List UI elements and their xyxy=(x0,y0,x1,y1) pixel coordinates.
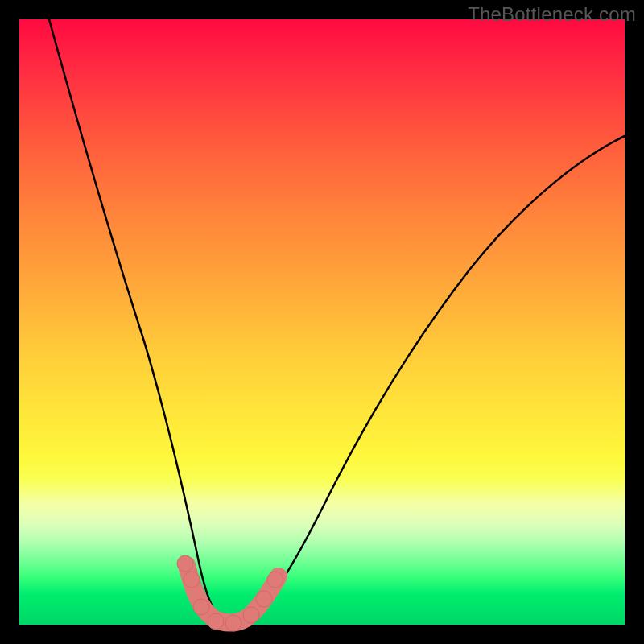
marker-dot xyxy=(177,555,193,572)
plot-area xyxy=(19,19,625,625)
marker-dot xyxy=(193,599,209,615)
watermark-text: TheBottleneck.com xyxy=(468,3,636,26)
marker-dot xyxy=(256,591,272,607)
outer-frame: TheBottleneck.com xyxy=(0,0,644,644)
chart-svg xyxy=(19,19,625,625)
marker-dot xyxy=(267,572,283,588)
marker-dot xyxy=(225,615,242,631)
marker-dot xyxy=(208,613,224,630)
marker-dot xyxy=(184,572,200,588)
marker-dot xyxy=(243,607,259,623)
bottleneck-curve xyxy=(49,19,625,623)
